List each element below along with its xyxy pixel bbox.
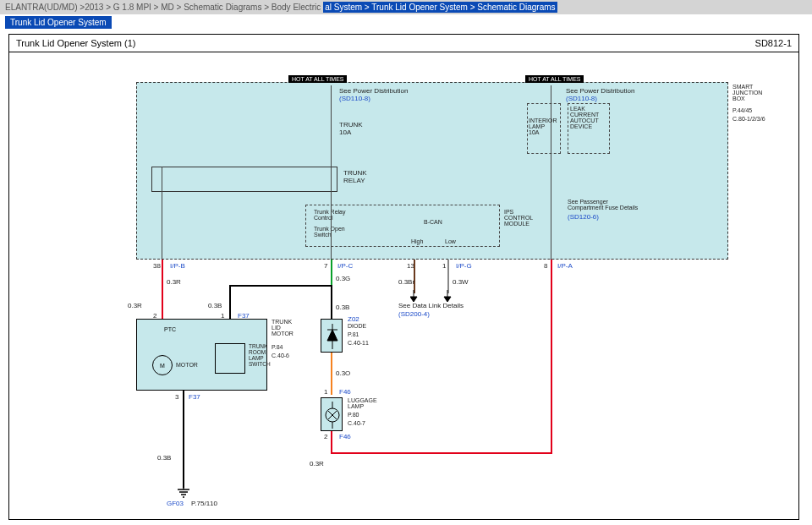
pin2-lamp: 2	[324, 433, 327, 440]
ground-icon	[177, 486, 190, 498]
wire-inside-1	[331, 85, 332, 260]
trunk-room-lamp-label: TRUNK ROOM LAMP SWITCH	[249, 343, 271, 367]
leak-current-label: LEAK CURRENT AUTOCUT DEVICE	[570, 106, 599, 129]
hot-label-1: HOT AT ALL TIMES	[288, 75, 347, 83]
sd2004: (SD200-4)	[398, 310, 430, 318]
w03r-2: 0.3R	[128, 302, 142, 309]
wire-red-left	[162, 260, 163, 310]
w03w: 0.3W	[453, 278, 469, 286]
w03b-1: 0.3B	[208, 302, 222, 309]
w03g: 0.3G	[336, 275, 350, 282]
pin7: 7	[324, 262, 327, 270]
vwire-black-2	[331, 285, 332, 319]
w03r-1: 0.3R	[167, 278, 181, 286]
trunk-lid-motor-block: PTC M MOTOR TRUNK ROOM LAMP SWITCH	[136, 319, 267, 391]
c406: C.40-6	[272, 353, 289, 358]
sd1108-1: (SD110-8)	[339, 95, 370, 102]
page-subtitle: Trunk Lid Opener System	[5, 16, 112, 29]
diagram-id: SD812-1	[755, 38, 792, 48]
wire-red-to-motor	[162, 310, 163, 319]
ips-control-label: IPS CONTROL MODULE	[504, 209, 533, 227]
p81: P.81	[348, 331, 359, 337]
pin1: 1	[442, 262, 446, 270]
trunk-relay-control: Trunk Relay Control	[314, 209, 345, 221]
w03b-2: 0.3B	[336, 304, 349, 311]
f46-1: F46	[339, 388, 351, 396]
z02: Z02	[348, 315, 359, 323]
w03b-3: 0.3B	[157, 454, 171, 462]
motor-icon: M	[152, 355, 173, 375]
pin38: 38	[153, 262, 161, 270]
motor-label: MOTOR	[176, 362, 198, 368]
p75110: P.75/110	[191, 500, 217, 507]
luggage-lamp-block	[321, 397, 343, 431]
trunk-room-switch-box	[215, 343, 245, 374]
wire-brown	[414, 260, 415, 293]
sd1108-2: (SD110-8)	[566, 95, 597, 102]
c80: C.80-1/2/3/6	[732, 116, 765, 122]
wire-white	[447, 260, 449, 293]
sd1206: (SD120-6)	[568, 213, 599, 221]
pin8: 8	[544, 262, 547, 270]
trunk-relay-block	[151, 167, 337, 192]
diagram-frame: Trunk Lid Opener System (1) SD812-1 HOT …	[8, 34, 799, 520]
wire-red-lamp-down	[331, 431, 332, 454]
w03o: 0.3O	[336, 369, 350, 377]
p80: P.80	[348, 412, 359, 418]
wire-black-ground	[183, 391, 184, 488]
ipg: I/P-G	[456, 262, 472, 270]
bcan-high: High	[411, 238, 423, 244]
f46-2: F46	[339, 433, 351, 440]
trunk-lid-motor-label: TRUNK LID MOTOR	[272, 319, 294, 336]
diagram-title: Trunk Lid Opener System (1)	[16, 38, 135, 48]
diode-icon	[321, 320, 343, 353]
see-power-1: See Power Distribution	[339, 87, 408, 95]
wire-red-right	[551, 260, 552, 454]
wire-inside-2	[551, 85, 551, 260]
ipc: I/P-C	[337, 262, 353, 270]
p4445: P.44/45	[732, 107, 752, 113]
vwire-black-1	[229, 285, 231, 319]
f37-2: F37	[189, 393, 200, 401]
see-power-2: See Power Distribution	[566, 87, 634, 95]
wire-orange	[331, 353, 332, 395]
ipb: I/P-B	[170, 262, 185, 270]
pin3-motor: 3	[175, 393, 178, 401]
bcan-label: B-CAN	[424, 219, 442, 225]
w03br: 0.3Br	[398, 278, 414, 286]
ipa: I/P-A	[557, 262, 573, 270]
down-arrows-icon	[410, 290, 453, 302]
wire-inside-3	[162, 167, 162, 260]
trunk-10a: TRUNK 10A	[339, 121, 363, 136]
see-passenger: See Passenger Compartment Fuse Details	[568, 199, 638, 211]
data-link-details: See Data Link Details	[398, 302, 464, 309]
trunk-open-switch: Trunk Open Switch	[314, 226, 345, 238]
wire-green	[331, 260, 332, 285]
interior-10a-label: INTERIOR LAMP 10A	[529, 118, 557, 135]
hot-label-2: HOT AT ALL TIMES	[525, 75, 584, 83]
luggage-lamp-label: LUGGAGE LAMP	[348, 397, 377, 409]
lamp-icon	[321, 398, 343, 432]
diode-block	[321, 319, 343, 353]
title-bar: Trunk Lid Opener System (1) SD812-1	[9, 35, 798, 52]
breadcrumb-part1: ELANTRA(UD/MD) >2013 > G 1.8 MPI > MD > …	[5, 3, 321, 12]
ptc-label: PTC	[164, 326, 176, 332]
breadcrumb-highlight: al System > Trunk Lid Opener System > Sc…	[323, 2, 557, 13]
diagram-area: HOT AT ALL TIMES HOT AT ALL TIMES See Po…	[9, 57, 798, 519]
wire-red-bottom-h	[331, 452, 552, 454]
pin1-lamp: 1	[324, 388, 327, 396]
hwire-black-1	[229, 285, 332, 287]
gf03: GF03	[167, 500, 184, 507]
diode-label: DIODE	[348, 323, 366, 329]
c4011: C.40-11	[348, 340, 369, 346]
smart-junction-label: SMART JUNCTION BOX	[732, 84, 762, 101]
breadcrumb[interactable]: ELANTRA(UD/MD) >2013 > G 1.8 MPI > MD > …	[0, 0, 812, 14]
c407: C.40-7	[348, 420, 365, 426]
w03r-3: 0.3R	[310, 460, 324, 468]
p84: P.84	[272, 344, 283, 350]
trunk-relay-label: TRUNK RELAY	[343, 169, 367, 184]
bcan-low: Low	[445, 238, 456, 244]
